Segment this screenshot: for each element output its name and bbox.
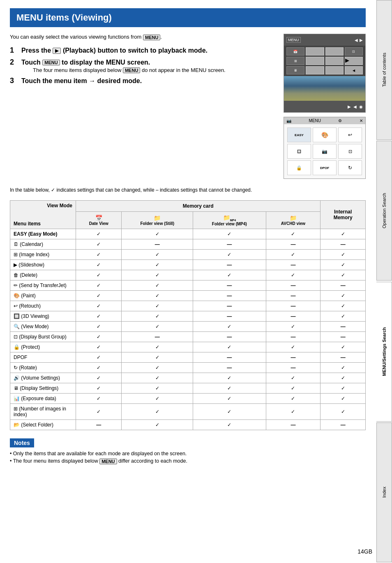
menu-item-cell: — xyxy=(266,260,321,270)
menu-item-cell: ✓ xyxy=(122,229,193,239)
menu-cell-protect[interactable]: 🔒 xyxy=(287,160,311,175)
menu-item-cell: ✓ xyxy=(266,270,321,280)
menu-item-name: DPOF xyxy=(10,352,76,363)
sidebar-tab-operation-label: Operation Search xyxy=(382,193,387,228)
menu-cell-cam[interactable]: 📷 xyxy=(313,144,337,159)
menu-screen-close-icon: ✕ xyxy=(360,118,363,123)
menu-item-name: ✏ (Send by TransferJet) xyxy=(10,280,76,291)
menu-label: MENU xyxy=(286,37,301,43)
table-row: EASY (Easy Mode)✓✓✓✓✓ xyxy=(10,229,366,239)
table-row: 🔲 (3D Viewing)✓✓——✓ xyxy=(10,311,366,322)
step-2-sub: The four menu items displayed below MENU… xyxy=(33,67,226,74)
menu-cell-dpof[interactable]: DPOF xyxy=(313,160,337,175)
menu-item-cell: — xyxy=(266,239,321,250)
menu-item-cell: ✓ xyxy=(76,322,122,332)
page-number: 14GB xyxy=(357,548,372,555)
menu-item-cell: — xyxy=(266,280,321,291)
menu-item-cell: — xyxy=(321,332,366,342)
device-top-bar: MENU ◀ ▶ xyxy=(284,34,365,46)
menu-item-cell: ✓ xyxy=(76,280,122,291)
menu-item-cell: — xyxy=(266,363,321,373)
sidebar-tab-toc[interactable]: Table of contents xyxy=(376,0,392,140)
menu-item-cell: ✓ xyxy=(122,311,193,322)
table-row: 🎨 (Paint)✓✓——✓ xyxy=(10,291,366,301)
menu-item-cell: — xyxy=(193,311,266,322)
sidebar-tab-menu-label: MENU/Settings Search xyxy=(382,327,387,376)
table-row: 🔊 (Volume Settings)✓✓✓✓✓ xyxy=(10,373,366,383)
col-folder-still: 📁 Folder view (Still) xyxy=(122,211,193,229)
sidebar-tab-index-label: Index xyxy=(382,487,387,498)
menu-item-name: ↩ (Retouch) xyxy=(10,301,76,311)
menu-item-cell: ✓ xyxy=(122,260,193,270)
menu-item-cell: — xyxy=(193,260,266,270)
menu-item-cell: ✓ xyxy=(76,291,122,301)
table-row: 🔒 (Protect)✓✓✓✓✓ xyxy=(10,342,366,352)
menu-item-cell: ✓ xyxy=(122,394,193,404)
menu-item-cell: ✓ xyxy=(122,280,193,291)
menu-item-name: 🗑 (Delete) xyxy=(10,270,76,280)
menu-table: View Mode Menu items Memory card Interna… xyxy=(10,200,366,430)
device-camera-top: MENU ◀ ▶ 📅 ⊡ ⊞ ▶ 🖥 xyxy=(284,34,366,113)
notes-title: Notes xyxy=(10,438,34,447)
menu-item-cell: ✓ xyxy=(266,322,321,332)
menu-item-name: 📊 (Exposure data) xyxy=(10,394,76,404)
folder-mp4-icon: 📁MP4 xyxy=(196,214,263,222)
menu-cell-3d[interactable]: 🔲 xyxy=(287,144,311,159)
step-3-text: Touch the menu item → desired mode. xyxy=(21,77,142,84)
menu-item-cell: ✓ xyxy=(193,322,266,332)
table-row: DPOF✓✓——— xyxy=(10,352,366,363)
col-date-view: 📅 Date View xyxy=(76,211,122,229)
menu-item-cell: — xyxy=(193,291,266,301)
table-row: ▶ (Slideshow)✓✓——✓ xyxy=(10,260,366,270)
sidebar-tab-menu[interactable]: MENU/Settings Search xyxy=(376,282,392,422)
menu-item-name: ⊡ (Display Burst Group) xyxy=(10,332,76,342)
menu-item-cell: — xyxy=(122,332,193,342)
menu-item-cell: ✓ xyxy=(266,250,321,260)
menu-screen-title: MENU xyxy=(309,118,321,123)
menu-item-cell: ✓ xyxy=(76,342,122,352)
menu-cell-paint[interactable]: 🎨 xyxy=(313,127,337,142)
sidebar-tab-operation[interactable]: Operation Search xyxy=(376,141,392,280)
menu-key-notes: MENU xyxy=(99,459,117,464)
menu-item-cell: — xyxy=(321,420,366,430)
main-content: MENU items (Viewing) You can easily sele… xyxy=(0,0,376,473)
playback-button-icon: ▶ xyxy=(53,48,61,54)
menu-screen: 📷 MENU ⚙ ✕ EASY 🎨 ↩ 🔲 📷 ⊡ 🔒 DPOF ↻ xyxy=(284,117,366,179)
device-bottom: ▶ ◀ ◉ xyxy=(284,101,365,112)
menu-item-cell: ✓ xyxy=(266,342,321,352)
menu-item-cell: ✓ xyxy=(76,373,122,383)
menu-item-cell: ✓ xyxy=(321,301,366,311)
menu-cell-rotate[interactable]: ↻ xyxy=(338,160,362,175)
menu-item-cell: ✓ xyxy=(76,332,122,342)
note-item-1: Only the items that are available for ea… xyxy=(10,450,366,457)
avchd-label: AVCHD view xyxy=(270,221,317,226)
sidebar-tab-index[interactable]: Index xyxy=(376,422,392,562)
menu-item-cell: — xyxy=(321,322,366,332)
step-2-text: Touch MENU to display the MENU screen. xyxy=(21,59,150,66)
menu-item-cell: ✓ xyxy=(266,383,321,394)
menu-item-cell: ✓ xyxy=(193,270,266,280)
menu-item-cell: ✓ xyxy=(193,383,266,394)
menu-item-cell: ✓ xyxy=(321,270,366,280)
menu-item-cell: ✓ xyxy=(122,301,193,311)
table-row: ✏ (Send by TransferJet)✓✓——— xyxy=(10,280,366,291)
menu-item-cell: — xyxy=(321,352,366,363)
table-row: 📂 (Select Folder)—✓✓—— xyxy=(10,420,366,430)
menu-item-cell: — xyxy=(266,332,321,342)
menu-item-name: 🔲 (3D Viewing) xyxy=(10,311,76,322)
menu-item-cell: ✓ xyxy=(76,250,122,260)
menu-cell-burst[interactable]: ⊡ xyxy=(338,144,362,159)
step-1-text: Press the ▶ (Playback) button to switch … xyxy=(21,47,208,54)
menu-item-name: 🖥 (Display Settings) xyxy=(10,383,76,394)
table-row: 🗑 (Delete)✓✓✓✓✓ xyxy=(10,270,366,280)
menu-item-cell: ✓ xyxy=(122,250,193,260)
menu-cell-easy[interactable]: EASY xyxy=(287,127,311,142)
step-3: 3 Touch the menu item → desired mode. xyxy=(10,77,274,85)
menu-item-cell: ✓ xyxy=(122,420,193,430)
menu-item-cell: ✓ xyxy=(76,394,122,404)
menu-item-cell: ✓ xyxy=(266,394,321,404)
menu-screen-header: 📷 MENU ⚙ ✕ xyxy=(284,117,365,124)
table-row: ↻ (Rotate)✓✓——✓ xyxy=(10,363,366,373)
menu-item-cell: ✓ xyxy=(122,383,193,394)
menu-cell-retouch[interactable]: ↩ xyxy=(338,127,362,142)
